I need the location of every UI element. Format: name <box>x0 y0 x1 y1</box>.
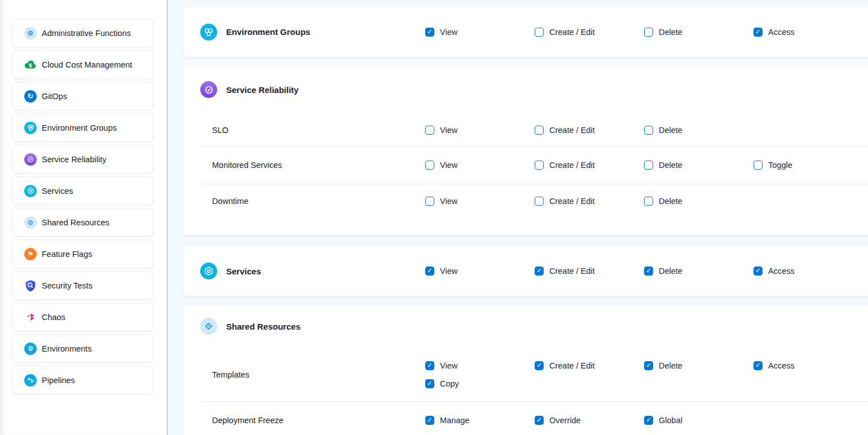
checkbox-access[interactable] <box>754 267 763 276</box>
checkbox-view[interactable] <box>425 197 434 206</box>
checkbox-create-edit[interactable] <box>535 267 544 276</box>
checkbox-delete[interactable] <box>644 28 653 37</box>
permission-card-service-reliability: Service Reliability SLO View Create / Ed… <box>183 65 868 235</box>
permission-row-deployment-freeze: Deployment Freeze Manage Override Global <box>183 402 868 435</box>
checkbox-delete[interactable] <box>644 197 653 206</box>
checkbox-copy[interactable] <box>425 379 434 388</box>
sidebar-item-label: Service Reliability <box>42 155 106 164</box>
permission-label: Override <box>549 416 581 425</box>
sidebar-item-label: Environment Groups <box>42 123 117 132</box>
permission-create-edit: Create / Edit <box>535 361 644 370</box>
row-label: SLO <box>183 126 425 135</box>
permission-delete: Delete <box>644 161 754 170</box>
permission-label: Access <box>768 267 795 276</box>
checkbox-view[interactable] <box>425 361 434 370</box>
checkbox-create-edit[interactable] <box>535 28 544 37</box>
sidebar-item-gitops[interactable]: ↻ GitOps <box>12 82 153 110</box>
permission-view: View <box>425 361 535 370</box>
permission-label: Delete <box>659 161 682 170</box>
checkbox-access[interactable] <box>754 28 763 37</box>
permission-label: Create / Edit <box>549 126 595 135</box>
sidebar-item-shared-resources[interactable]: Shared Resources <box>12 208 153 237</box>
sidebar-item-label: GitOps <box>42 92 67 101</box>
permission-card-services: Services View Create / Edit Delete Acces… <box>183 246 868 296</box>
permission-row-downtime: Downtime View Create / Edit Delete <box>183 184 868 218</box>
permission-view: View <box>425 161 535 170</box>
permission-card-shared-resources: Shared Resources Templates View Create /… <box>183 306 868 435</box>
sidebar-item-label: Feature Flags <box>42 250 92 259</box>
permission-label: View <box>440 197 457 206</box>
sidebar-item-pipelines[interactable]: Pipelines <box>12 366 153 394</box>
environment-groups-icon <box>200 24 217 41</box>
sidebar-item-label: Cloud Cost Management <box>42 60 132 69</box>
checkbox-create-edit[interactable] <box>535 197 544 206</box>
gitops-sync-icon: ↻ <box>24 90 37 103</box>
permission-label: Create / Edit <box>549 161 595 170</box>
checkbox-access[interactable] <box>754 361 763 370</box>
checkbox-create-edit[interactable] <box>535 161 544 170</box>
checkbox-view[interactable] <box>425 161 434 170</box>
sidebar-item-administrative-functions[interactable]: ⚙ Administrative Functions <box>12 19 153 47</box>
row-label: Monitored Services <box>183 161 425 170</box>
sidebar-item-label: Shared Resources <box>42 218 109 227</box>
row-label: Templates <box>183 370 425 379</box>
services-icon <box>24 185 37 197</box>
checkbox-delete[interactable] <box>644 126 653 135</box>
shared-resources-icon <box>24 216 37 229</box>
sidebar-item-environment-groups[interactable]: Environment Groups <box>12 113 153 142</box>
permission-label: Create / Edit <box>549 197 595 206</box>
checkbox-override[interactable] <box>535 416 544 425</box>
svg-text:$: $ <box>29 62 32 68</box>
permission-label: Delete <box>659 126 682 135</box>
permission-label: Create / Edit <box>549 267 595 276</box>
permission-view: View <box>425 197 535 206</box>
permission-label: Delete <box>659 28 682 37</box>
checkbox-view[interactable] <box>425 28 434 37</box>
service-reliability-icon <box>200 81 217 98</box>
permission-delete: Delete <box>644 28 754 37</box>
checkbox-delete[interactable] <box>644 361 653 370</box>
row-label: Deployment Freeze <box>183 416 425 425</box>
permission-delete: Delete <box>644 197 754 206</box>
gear-icon: ⚙ <box>24 27 37 39</box>
chaos-icon <box>24 311 37 323</box>
module-title: Services <box>226 267 261 276</box>
permission-access: Access <box>754 361 863 370</box>
module-title: Service Reliability <box>226 85 298 95</box>
checkbox-toggle[interactable] <box>754 161 763 170</box>
services-icon <box>200 263 217 279</box>
permission-row-templates: Templates View Create / Edit Delete <box>183 347 868 401</box>
sidebar-item-cloud-cost-management[interactable]: $ Cloud Cost Management <box>12 50 153 79</box>
permission-create-edit: Create / Edit <box>535 161 644 170</box>
checkbox-create-edit[interactable] <box>535 361 544 370</box>
permission-label: Create / Edit <box>549 361 595 370</box>
checkbox-create-edit[interactable] <box>535 126 544 135</box>
sidebar-item-chaos[interactable]: Chaos <box>12 303 153 331</box>
environments-icon <box>24 343 37 355</box>
sidebar-item-security-tests[interactable]: Security Tests <box>12 271 153 300</box>
checkbox-view[interactable] <box>425 126 434 135</box>
sidebar-item-label: Security Tests <box>42 281 92 290</box>
sidebar-item-feature-flags[interactable]: ⚑ Feature Flags <box>12 239 153 268</box>
permission-manage: Manage <box>425 416 535 425</box>
resource-sidebar: ⚙ Administrative Functions $ Cloud Cost … <box>0 0 168 435</box>
module-title: Shared Resources <box>226 322 301 331</box>
sidebar-item-service-reliability[interactable]: Service Reliability <box>12 145 153 174</box>
checkbox-manage[interactable] <box>425 416 434 425</box>
permission-access: Access <box>754 28 863 37</box>
shared-resources-icon <box>200 318 217 335</box>
checkbox-delete[interactable] <box>644 161 653 170</box>
sidebar-item-label: Pipelines <box>42 376 75 385</box>
sidebar-item-services[interactable]: Services <box>12 176 153 205</box>
permission-label: View <box>440 161 457 170</box>
checkbox-global[interactable] <box>644 416 653 425</box>
permission-card-environment-groups: Environment Groups View Create / Edit De… <box>183 7 868 57</box>
permission-delete: Delete <box>644 361 754 370</box>
sidebar-item-environments[interactable]: Environments <box>12 334 153 363</box>
row-label: Downtime <box>183 197 425 206</box>
permission-override: Override <box>535 416 644 425</box>
cloud-dollar-icon: $ <box>24 59 37 71</box>
permission-toggle: Toggle <box>754 161 863 170</box>
checkbox-delete[interactable] <box>644 267 653 276</box>
checkbox-view[interactable] <box>425 267 434 276</box>
